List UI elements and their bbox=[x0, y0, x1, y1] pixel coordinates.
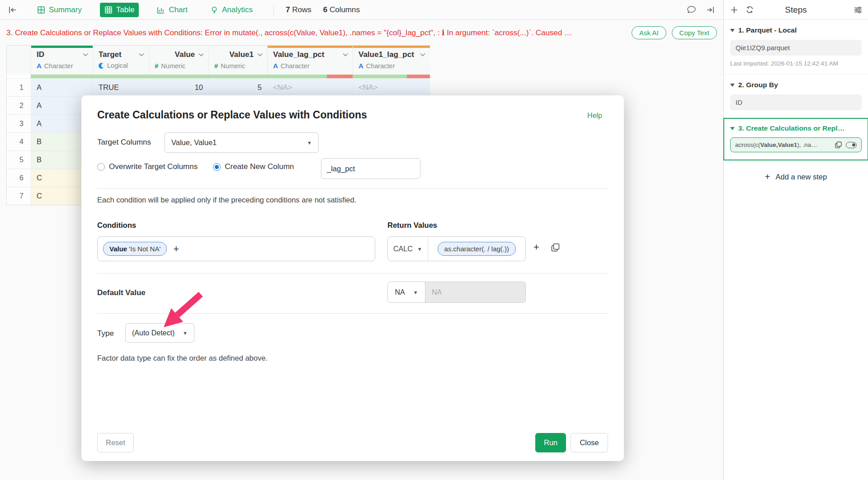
top-toolbar: Summary Table Chart Ana bbox=[0, 0, 723, 20]
ask-ai-button[interactable]: Ask AI bbox=[632, 26, 666, 39]
collapse-right-icon[interactable] bbox=[706, 6, 715, 14]
steps-header: Steps bbox=[724, 0, 868, 20]
table-row[interactable]: 1 A TRUE 10 5 <NA> <NA> bbox=[7, 78, 429, 96]
step-2-group-by[interactable]: 2. Group By ID bbox=[724, 75, 868, 118]
type-label: Type bbox=[97, 329, 114, 338]
calc-label: CALC bbox=[393, 245, 413, 253]
copy-text-button[interactable]: Copy Text bbox=[672, 26, 717, 39]
collapse-left-icon[interactable] bbox=[8, 6, 17, 14]
default-value-type-select[interactable]: NA ▼ bbox=[387, 282, 425, 303]
tab-label: Analytics bbox=[222, 5, 253, 14]
cell-id[interactable]: A bbox=[31, 78, 93, 96]
comment-bubble-icon[interactable] bbox=[687, 5, 696, 14]
tab-chart[interactable]: Chart bbox=[152, 3, 192, 17]
cell-value[interactable]: 10 bbox=[149, 78, 208, 96]
type-select[interactable]: (Auto Detect) ▼ bbox=[125, 323, 194, 343]
target-columns-value: Value, Value1 bbox=[171, 138, 302, 147]
column-name: Value1 bbox=[214, 50, 257, 59]
add-step-icon[interactable] bbox=[730, 6, 738, 14]
step-1-last-imported: Last Imported: 2026-01-15 12:42:41 AM bbox=[730, 60, 862, 67]
error-bar: 3. Create Calculations or Replace Values… bbox=[0, 20, 723, 45]
default-value-label: Default Value bbox=[97, 288, 146, 297]
condition-chip[interactable]: Value 'Is Not NA' bbox=[103, 242, 167, 256]
chevron-down-icon[interactable] bbox=[420, 53, 425, 56]
column-header-target[interactable]: Target Logical bbox=[93, 46, 149, 75]
overwrite-radio[interactable]: Overwrite Target Columns bbox=[97, 162, 198, 171]
refresh-icon[interactable] bbox=[745, 5, 754, 14]
return-value-expression[interactable]: as.character(. / lag(.)) bbox=[438, 242, 516, 256]
copy-icon[interactable] bbox=[551, 243, 560, 252]
target-columns-select[interactable]: Value, Value1 ▼ bbox=[165, 132, 319, 153]
step-1-source-pill[interactable]: Qie1IZQ9.parquet bbox=[730, 40, 862, 56]
cell-value-lag-pct[interactable]: <NA> bbox=[267, 78, 353, 96]
create-new-column-label: Create New Column bbox=[225, 162, 294, 171]
column-header-value1[interactable]: Value1 #Numeric bbox=[208, 46, 267, 75]
tab-summary[interactable]: Summary bbox=[33, 3, 86, 17]
row-number: 7 bbox=[7, 187, 31, 205]
add-step-label: Add a new step bbox=[775, 173, 827, 181]
chevron-down-icon[interactable] bbox=[257, 53, 263, 56]
overwrite-radio-label: Overwrite Target Columns bbox=[109, 162, 198, 171]
step-code: across(c(Value,Value1), .na… bbox=[735, 141, 835, 148]
table-grid-icon bbox=[104, 6, 113, 14]
new-column-suffix-input[interactable] bbox=[321, 158, 420, 179]
return-value-box: CALC ▼ as.character(. / lag(.)) bbox=[387, 236, 526, 261]
conditions-label: Conditions bbox=[97, 221, 136, 230]
step-1-parquet[interactable]: 1. Parquet - Local Qie1IZQ9.parquet Last… bbox=[724, 20, 868, 75]
step-3-header[interactable]: 3. Create Calculations or Repl… bbox=[730, 124, 862, 132]
chevron-down-icon[interactable] bbox=[83, 53, 88, 56]
column-type: Character bbox=[44, 62, 73, 70]
chevron-down-icon[interactable] bbox=[139, 53, 144, 56]
column-header-value[interactable]: Value #Numeric bbox=[149, 46, 208, 75]
chevron-down-icon[interactable] bbox=[198, 53, 204, 56]
dropdown-caret-icon: ▼ bbox=[413, 290, 418, 295]
copy-icon[interactable] bbox=[835, 141, 842, 149]
column-name: Value1_lag_pct bbox=[359, 50, 420, 59]
column-header-value-lag-pct[interactable]: Value_lag_pct ACharacter bbox=[267, 46, 353, 75]
step-3-create-calculations[interactable]: 3. Create Calculations or Repl… across(c… bbox=[723, 118, 868, 160]
column-name: Value_lag_pct bbox=[273, 50, 343, 59]
cell-value1[interactable]: 5 bbox=[208, 78, 267, 96]
column-color-bar bbox=[353, 46, 430, 48]
run-button[interactable]: Run bbox=[535, 433, 566, 452]
add-return-value-icon[interactable]: + bbox=[533, 242, 539, 252]
character-type-icon: A bbox=[359, 62, 363, 70]
tab-analytics[interactable]: Analytics bbox=[206, 3, 257, 17]
create-new-column-radio[interactable]: Create New Column bbox=[213, 162, 294, 171]
add-new-step-button[interactable]: + Add a new step bbox=[724, 160, 868, 193]
step-3-code-pill[interactable]: across(c(Value,Value1), .na… bbox=[730, 137, 862, 152]
close-button[interactable]: Close bbox=[571, 433, 608, 452]
type-value: (Auto Detect) bbox=[132, 329, 178, 337]
row-count-value: 7 bbox=[286, 5, 290, 14]
step-2-header[interactable]: 2. Group By bbox=[730, 81, 862, 89]
step-2-group-pill[interactable]: ID bbox=[730, 94, 862, 110]
cell-value1-lag-pct[interactable]: <NA> bbox=[353, 78, 430, 96]
summary-grid-icon bbox=[37, 6, 45, 14]
column-type: Character bbox=[366, 62, 395, 70]
add-condition-icon[interactable]: + bbox=[173, 244, 179, 254]
preview-toggle-icon[interactable] bbox=[846, 142, 857, 148]
quality-bar-row bbox=[7, 75, 429, 78]
column-name: Value bbox=[155, 50, 198, 59]
lightbulb-icon bbox=[210, 6, 218, 14]
column-header-value1-lag-pct[interactable]: Value1_lag_pct ACharacter bbox=[353, 46, 430, 75]
column-header-id[interactable]: ID ACharacter bbox=[31, 46, 93, 75]
step-1-header[interactable]: 1. Parquet - Local bbox=[730, 26, 862, 34]
help-link[interactable]: Help bbox=[587, 112, 602, 120]
default-value-input[interactable] bbox=[425, 282, 526, 303]
tab-table[interactable]: Table bbox=[100, 3, 139, 17]
reset-button[interactable]: Reset bbox=[97, 433, 134, 452]
radio-selected-icon bbox=[213, 163, 221, 171]
tab-label: Summary bbox=[49, 5, 82, 14]
step-title: 2. Group By bbox=[738, 81, 778, 89]
row-count-label: Rows bbox=[292, 5, 311, 14]
toolbar-separator bbox=[274, 5, 274, 15]
column-count-label: Columns bbox=[330, 5, 360, 14]
calc-type-dropdown[interactable]: CALC ▼ bbox=[388, 237, 428, 261]
cell-target[interactable]: TRUE bbox=[93, 78, 149, 96]
numeric-type-icon: # bbox=[214, 62, 218, 70]
chevron-down-icon[interactable] bbox=[343, 53, 348, 56]
logical-type-icon bbox=[99, 63, 104, 69]
sliders-settings-icon[interactable] bbox=[854, 6, 863, 14]
code-post: ), .na… bbox=[797, 141, 817, 148]
